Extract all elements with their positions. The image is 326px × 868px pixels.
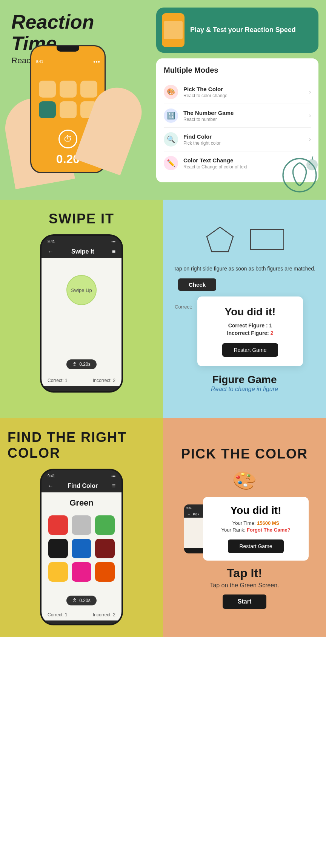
pick-result-title: You did it! [212, 504, 299, 517]
mode-icon-number-game: 🔢 [164, 108, 178, 123]
swipe-status-bar: 9:41 ▪▪▪ [42, 236, 121, 245]
result-card: You did it! Correct Figure : 1 Incorrect… [197, 296, 303, 366]
swipe-correct: Correct: 1 [48, 378, 68, 383]
pick-result-area: 9:41 ← Pick You did it! Your Time: 15600… [188, 493, 301, 561]
mode-item-pick-color[interactable]: 🎨 Pick The Color React to color change › [164, 80, 311, 104]
swipe-right: Tap on right side figure as soon as both… [163, 200, 326, 418]
pick-rank-stat: Your Rank: Forgot The Game? [212, 527, 299, 533]
swipe-app-bar: ← Swipe It ≡ [42, 245, 121, 258]
pick-color-section: PICK THE COLOR 🎨 9:41 ← Pick You did it!… [163, 418, 326, 637]
status-bar: 9:41 ●●● [31, 53, 105, 66]
figure-row [205, 225, 284, 254]
tap-instruction: Tap on right side figure as soon as both… [174, 265, 315, 273]
mode-name-pick-color: Pick The Color [183, 86, 304, 92]
swatch-red[interactable] [48, 515, 68, 535]
menu-icon[interactable]: ≡ [112, 248, 115, 255]
swatch-gray[interactable] [72, 515, 91, 535]
mode-name-number-game: The Number Game [183, 110, 304, 116]
swatch-brown[interactable] [95, 539, 115, 558]
tap-it-sub: Tap on the Green Screen. [210, 582, 279, 589]
find-signal: ▪▪▪ [111, 474, 115, 478]
phone-illustration: 9:41 ●●● ⏱ 0.20 [11, 41, 125, 181]
find-menu-icon[interactable]: ≡ [112, 483, 115, 489]
mode-desc-pick-color: React to color change [183, 93, 304, 98]
result-title: You did it! [209, 306, 292, 318]
find-back-arrow[interactable]: ← [48, 483, 54, 489]
chevron-right-icon: › [309, 89, 311, 95]
pick-color-heading: PICK THE COLOR [181, 446, 308, 462]
svg-marker-3 [207, 227, 233, 252]
mode-icon-pick-color: 🎨 [164, 85, 178, 99]
mode-info-number-game: The Number Game React to number [183, 110, 304, 122]
bottom-section: FIND THE RIGHT COLOR 9:41 ▪▪▪ ← Find Col… [0, 418, 326, 637]
mode-info-find-color: Find Color Pick the right color [183, 133, 304, 146]
swipe-phone-content: Swipe Up ⏱ 0.20s [42, 258, 121, 375]
swatch-blue[interactable] [72, 539, 91, 558]
correct-bg-label: Correct: [175, 304, 192, 310]
pick-phone-back: ← [187, 512, 191, 516]
app-icon-3 [80, 81, 97, 98]
result-area: Correct: You did it! Correct Figure : 1 … [197, 296, 303, 366]
swatch-orange[interactable] [95, 562, 115, 582]
mode-info-pick-color: Pick The Color React to color change [183, 86, 304, 98]
mode-item-find-color[interactable]: 🔍 Find Color Pick the right color › [164, 128, 311, 151]
preview-phone-screen [162, 13, 185, 47]
swipe-left: SWIPE IT 9:41 ▪▪▪ ← Swipe It ≡ Swipe Up [0, 200, 163, 418]
swatch-green[interactable] [95, 515, 115, 535]
preview-text: Play & Test your Reaction Speed [190, 26, 296, 34]
result-correct-stat: Correct Figure : 1 [209, 322, 292, 329]
preview-screen-content [164, 21, 183, 39]
find-timer-pill: ⏱ 0.20s [66, 596, 96, 605]
chevron-right-icon-2: › [309, 112, 311, 119]
pick-result-card: You did it! Your Time: 15600 MS Your Ran… [203, 497, 309, 561]
restart-button[interactable]: Restart Game [222, 343, 278, 357]
swatch-pink[interactable] [72, 562, 91, 582]
start-button[interactable]: Start [223, 594, 266, 609]
swipe-section: SWIPE IT 9:41 ▪▪▪ ← Swipe It ≡ Swipe Up [0, 200, 326, 418]
tap-it-title: Tap It! [227, 566, 262, 580]
swipe-label: Swipe Up [71, 287, 92, 293]
mode-name-find-color: Find Color [183, 133, 304, 140]
color-label: Green [69, 498, 94, 508]
preview-banner: Play & Test your Reaction Speed [156, 8, 318, 53]
timer-area: ⏱ 0.20 [56, 130, 80, 166]
swatch-black[interactable] [48, 539, 68, 558]
phone-notch [57, 46, 79, 52]
swipe-phone-mockup: 9:41 ▪▪▪ ← Swipe It ≡ Swipe Up ⏱ 0.20s [40, 234, 123, 393]
app-icon-4 [39, 101, 56, 118]
swipe-timer: 0.20s [79, 362, 90, 367]
stopwatch-icon: ⏱ [58, 130, 77, 148]
signal-display: ●●● [93, 60, 100, 64]
swipe-heading: SWIPE IT [49, 211, 114, 227]
preview-phone-tiny [162, 13, 185, 47]
swipe-signal: ▪▪▪ [111, 240, 115, 244]
pentagon-shape [205, 225, 235, 254]
swatch-yellow[interactable] [48, 562, 68, 582]
find-correct: Correct: 1 [48, 612, 68, 617]
mode-icon-color-text: ✏️ [164, 156, 178, 170]
find-timer: 0.20s [79, 598, 90, 603]
find-clock-icon: ⏱ [72, 598, 77, 603]
pick-phone-title: Pick [193, 512, 199, 516]
pick-restart-button[interactable]: Restart Game [228, 539, 283, 553]
time-display: 9:41 [36, 60, 43, 64]
app-icon-2 [60, 81, 77, 98]
result-incorrect-stat: Incorrect Figure: 2 [209, 330, 292, 336]
back-arrow-icon[interactable]: ← [48, 248, 54, 255]
modes-title: Multiple Modes [164, 66, 311, 75]
figure-game-title: Figure Game [212, 374, 277, 386]
svg-point-1 [307, 160, 317, 170]
paintbrush-icon: 🎨 [230, 466, 259, 495]
find-color-heading: FIND THE RIGHT COLOR [8, 429, 155, 461]
mode-item-number-game[interactable]: 🔢 The Number Game React to number › [164, 104, 311, 128]
check-button[interactable]: Check [178, 278, 216, 291]
app-icon-1 [39, 81, 56, 98]
swipe-score-row: Correct: 1 Incorrect: 2 [42, 375, 121, 386]
swipe-timer-pill: ⏱ 0.20s [66, 359, 96, 369]
find-phone-content: Green ⏱ 0.20s [42, 492, 121, 609]
swipe-time: 9:41 [48, 240, 55, 244]
find-app-title: Find Color [68, 483, 98, 489]
hero-left: Reaction Time Reaction Training 9:41 ●●● [0, 0, 128, 73]
find-time: 9:41 [48, 474, 55, 478]
find-score-row: Correct: 1 Incorrect: 2 [42, 609, 121, 620]
